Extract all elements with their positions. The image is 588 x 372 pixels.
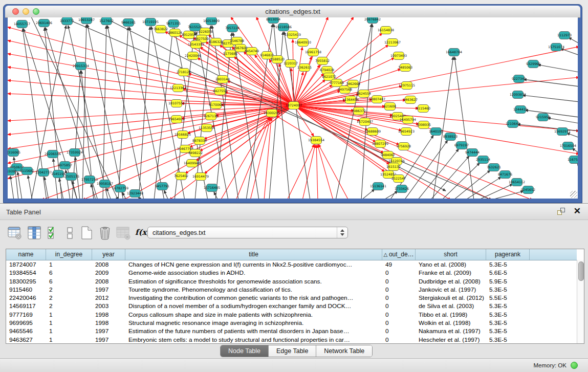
table-cell[interactable]: 49	[382, 260, 416, 269]
column-header-in-degree[interactable]: in_degree	[46, 249, 92, 260]
network-node[interactable]: 1244415	[513, 106, 528, 114]
table-cell[interactable]: 5.9E-5	[486, 277, 530, 286]
network-node[interactable]: 10653287	[78, 17, 95, 24]
network-node[interactable]: 16961758	[305, 49, 321, 56]
table-cell[interactable]: Estimation of significance thresholds fo…	[125, 277, 382, 286]
table-cell[interactable]: 0	[382, 302, 416, 310]
select-all-rows-icon[interactable]	[46, 225, 61, 240]
network-node[interactable]: 9227341	[512, 75, 526, 83]
table-cell[interactable]: Dudbridge et al. (2008)	[416, 277, 486, 286]
network-node[interactable]: 9624554	[357, 90, 371, 98]
network-node[interactable]: 1362615	[297, 64, 312, 72]
table-cell[interactable]: 0	[382, 277, 416, 286]
network-node[interactable]: 19166825	[175, 131, 191, 139]
table-cell[interactable]: 5.3E-5	[486, 311, 530, 319]
table-cell[interactable]: 18300295	[6, 277, 46, 286]
network-node[interactable]: 1115682	[20, 167, 34, 175]
tab-edge-table[interactable]: Edge Table	[269, 345, 316, 357]
network-node[interactable]: 2316065	[8, 149, 20, 157]
table-cell[interactable]: 5.3E-5	[486, 319, 530, 327]
vertical-scrollbar[interactable]	[577, 260, 584, 343]
table-cell[interactable]: 0	[382, 327, 416, 335]
table-cell[interactable]: 2009	[92, 269, 125, 277]
column-header-year[interactable]: year	[92, 249, 125, 260]
table-cell[interactable]: Franke et al. (2009)	[416, 269, 486, 277]
table-cell[interactable]: Hescheler et al. (1997)	[416, 336, 486, 344]
network-node[interactable]: 8427552	[213, 87, 227, 95]
network-node[interactable]: 1640195	[429, 128, 443, 136]
network-node[interactable]: 20915334	[73, 62, 89, 70]
table-cell[interactable]: Corpus callosum shape and size in male p…	[125, 311, 382, 319]
table-cell[interactable]: 9777169	[6, 311, 46, 319]
network-node[interactable]: 19958187	[97, 180, 113, 188]
tab-node-table[interactable]: Node Table	[221, 345, 269, 357]
table-cell[interactable]: 5.3E-5	[486, 260, 530, 269]
tab-network-table[interactable]: Network Table	[316, 345, 372, 357]
table-cell[interactable]: Tourette syndrome. Phenomenology and cla…	[125, 286, 382, 294]
network-node[interactable]: 1733426	[395, 185, 409, 193]
table-cell[interactable]: 9463627	[6, 336, 46, 344]
column-header-name[interactable]: name	[6, 249, 46, 260]
table-cell[interactable]: 0	[382, 294, 416, 302]
network-node[interactable]: 20691406	[36, 19, 52, 27]
network-node[interactable]: 7625402	[174, 172, 188, 180]
network-node[interactable]: 9463627	[403, 96, 418, 104]
table-cell[interactable]: 1997	[92, 327, 125, 335]
network-node[interactable]: 9756928	[397, 143, 411, 150]
table-cell[interactable]: 1	[46, 327, 92, 335]
float-panel-icon[interactable]	[557, 208, 565, 216]
table-selector-dropdown[interactable]: citations_edges.txt	[147, 227, 348, 238]
network-node[interactable]: 17359924	[67, 149, 83, 157]
network-node[interactable]: 10719195	[142, 18, 159, 26]
network-node[interactable]: 9975857	[58, 162, 72, 169]
table-row[interactable]: 1938455462009Genome-wide association stu…	[6, 269, 577, 277]
table-cell[interactable]: 14569117	[6, 302, 46, 310]
table-cell[interactable]: 2	[46, 294, 92, 302]
resize-grip[interactable]	[570, 191, 577, 198]
network-node[interactable]: 1615132	[386, 163, 401, 171]
table-cell[interactable]: 1997	[92, 336, 125, 344]
table-cell[interactable]: Jankovic et al. (1997)	[416, 286, 486, 294]
network-node[interactable]: 9671355	[166, 20, 181, 28]
table-cell[interactable]: 1	[46, 260, 92, 269]
network-node[interactable]: 7957224	[225, 25, 239, 32]
network-node[interactable]: 12093872	[510, 91, 526, 99]
network-node[interactable]: 16154838	[378, 27, 394, 34]
table-row[interactable]: 911546021997Tourette syndrome. Phenomeno…	[6, 286, 577, 294]
network-node[interactable]: 8498222	[188, 149, 203, 157]
table-cell[interactable]: 1997	[92, 286, 125, 294]
network-node[interactable]: 8813054	[266, 17, 280, 24]
column-header-title[interactable]: title	[125, 249, 382, 260]
column-header-out-de-[interactable]: △ out_de…	[382, 249, 416, 260]
table-cell[interactable]: 0	[382, 269, 416, 277]
column-header-pagerank[interactable]: pagerank	[486, 249, 530, 260]
table-row[interactable]: 969969511998Structural magnetic resonanc…	[6, 319, 577, 327]
network-node[interactable]: 12042737	[35, 169, 52, 177]
network-node[interactable]: 7615526	[188, 24, 202, 31]
table-cell[interactable]: 2012	[92, 294, 125, 302]
network-node[interactable]: 15136141	[370, 183, 386, 190]
network-node[interactable]: 1167553	[568, 156, 578, 164]
network-node[interactable]: 6979197	[454, 142, 469, 149]
table-cell[interactable]: 22420046	[6, 294, 46, 302]
table-cell[interactable]: 2	[46, 302, 92, 310]
column-header-short[interactable]: short	[416, 249, 486, 260]
column-show-hide-icon[interactable]	[27, 225, 42, 240]
table-cell[interactable]: Estimation of the future numbers of pati…	[125, 327, 382, 335]
network-node[interactable]: 9245652	[521, 186, 535, 194]
network-node[interactable]: 12923448	[127, 190, 143, 198]
memory-status-indicator-icon[interactable]	[571, 362, 578, 369]
network-node[interactable]: 1546788	[230, 37, 244, 45]
network-node[interactable]: 17957253	[81, 176, 98, 184]
table-cell[interactable]: 0	[382, 311, 416, 319]
network-node[interactable]: 16648784	[446, 49, 462, 56]
network-node[interactable]: 9860124	[168, 29, 182, 37]
table-row[interactable]: 1872400712008Changes of HCN gene express…	[6, 260, 577, 269]
table-cell[interactable]: 5.5E-5	[486, 294, 530, 302]
network-node[interactable]: 9466161	[121, 19, 136, 27]
network-node[interactable]: 15720407	[357, 118, 373, 126]
clear-selection-icon[interactable]	[62, 225, 78, 240]
table-cell[interactable]: Embryonic stem cells: a model to study s…	[125, 336, 382, 344]
network-view-window[interactable]: citations_edges.txt 18724007183002951938…	[3, 4, 582, 203]
table-cell[interactable]: 6	[46, 269, 92, 277]
